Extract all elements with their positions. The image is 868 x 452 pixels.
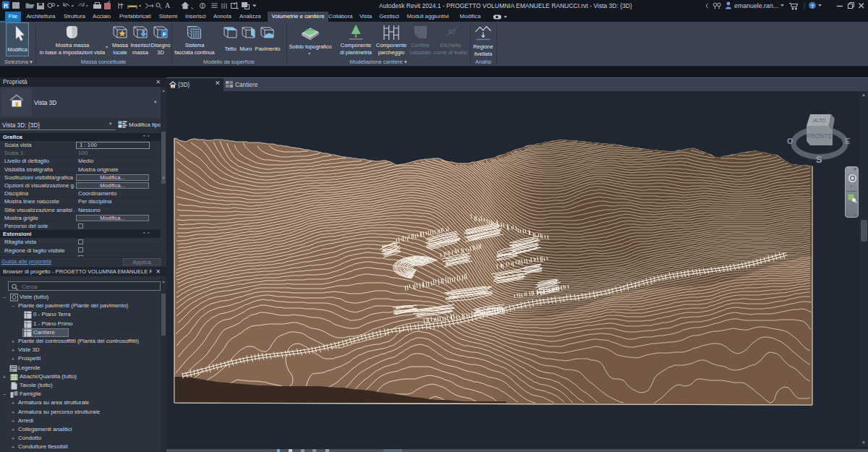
- svg-text:?: ?: [811, 3, 814, 9]
- svg-text:ALTO: ALTO: [813, 118, 826, 123]
- svg-text:FRONTE: FRONTE: [807, 132, 833, 140]
- svg-text:S: S: [816, 154, 822, 165]
- svg-text:R: R: [4, 2, 8, 9]
- svg-text:E: E: [845, 137, 850, 145]
- svg-text:O: O: [787, 137, 793, 145]
- svg-text:A: A: [165, 1, 171, 9]
- svg-text:F: F: [163, 31, 166, 38]
- svg-text:50: 50: [448, 28, 456, 35]
- svg-text:emanuele.ran...: emanuele.ran...: [734, 2, 778, 9]
